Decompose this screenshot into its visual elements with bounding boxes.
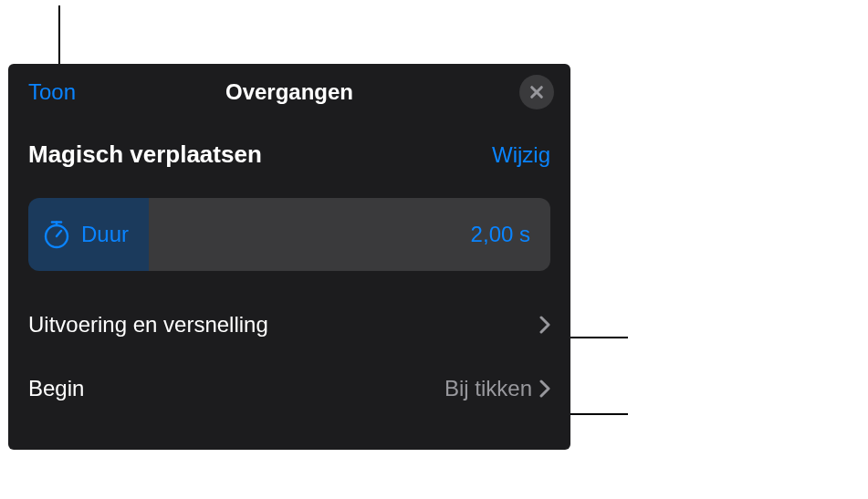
back-button[interactable]: Toon [28,79,76,105]
stopwatch-icon [41,219,72,250]
begin-row[interactable]: Begin Bij tikken [28,357,550,421]
row-right: Bij tikken [444,376,550,401]
execution-label: Uitvoering en versnelling [28,312,268,338]
svg-line-1 [57,231,61,236]
chevron-right-icon [539,379,550,398]
row-right [539,316,550,334]
panel-header: Toon Overgangen [8,64,570,120]
execution-acceleration-row[interactable]: Uitvoering en versnelling [28,293,550,357]
panel-title: Overgangen [225,79,353,105]
panel-content: Magisch verplaatsen Wijzig Duur 2,00 s [8,120,570,421]
duration-label: Duur [81,222,129,247]
duration-row[interactable]: Duur 2,00 s [28,198,550,271]
close-button[interactable] [519,75,554,109]
transition-name: Magisch verplaatsen [28,140,262,169]
transitions-panel: Toon Overgangen Magisch verplaatsen Wijz… [8,64,570,450]
duration-slider-track[interactable]: 2,00 s [149,198,550,271]
chevron-right-icon [539,316,550,334]
duration-left: Duur [28,198,149,271]
callout-line-top [58,5,60,64]
edit-button[interactable]: Wijzig [492,142,550,168]
duration-value: 2,00 s [471,222,530,247]
close-icon [529,85,544,99]
section-header: Magisch verplaatsen Wijzig [28,140,550,169]
begin-label: Begin [28,376,84,401]
begin-value: Bij tikken [444,376,532,401]
